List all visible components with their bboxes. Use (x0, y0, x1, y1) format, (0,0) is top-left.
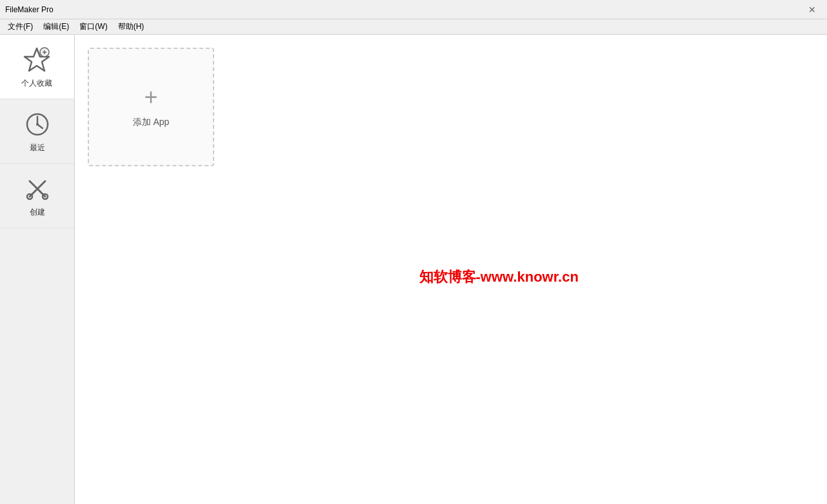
menu-help[interactable]: 帮助(H) (113, 19, 150, 34)
create-label: 创建 (30, 207, 45, 218)
app-grid: + 添加 App (88, 48, 814, 166)
scissors-icon (22, 173, 53, 204)
favorites-label: 个人收藏 (21, 78, 52, 89)
sidebar-item-recent[interactable]: 最近 (0, 99, 74, 164)
title-bar: FileMaker Pro ✕ (0, 0, 827, 19)
menu-edit[interactable]: 编辑(E) (38, 19, 74, 34)
star-icon (21, 44, 52, 75)
title-bar-controls: ✕ (802, 0, 822, 19)
watermark-text: 知软博客-www.knowr.cn (419, 267, 579, 287)
menu-window[interactable]: 窗口(W) (74, 19, 112, 34)
content-area: + 添加 App 知软博客-www.knowr.cn (75, 35, 827, 504)
menu-file[interactable]: 文件(F) (3, 19, 38, 34)
add-app-label: 添加 App (133, 117, 170, 128)
sidebar-item-create[interactable]: 创建 (0, 164, 74, 228)
sidebar-item-favorites[interactable]: 个人收藏 (0, 35, 74, 99)
close-button[interactable]: ✕ (802, 0, 822, 19)
title-bar-left: FileMaker Pro (5, 5, 54, 14)
recent-label: 最近 (30, 142, 45, 153)
menu-bar: 文件(F) 编辑(E) 窗口(W) 帮助(H) (0, 19, 827, 35)
add-app-card[interactable]: + 添加 App (88, 48, 214, 166)
clock-icon (22, 109, 53, 140)
svg-point-7 (36, 123, 39, 126)
app-title: FileMaker Pro (5, 5, 54, 14)
add-icon: + (144, 86, 157, 109)
main-layout: 个人收藏 最近 (0, 35, 827, 504)
sidebar: 个人收藏 最近 (0, 35, 75, 504)
